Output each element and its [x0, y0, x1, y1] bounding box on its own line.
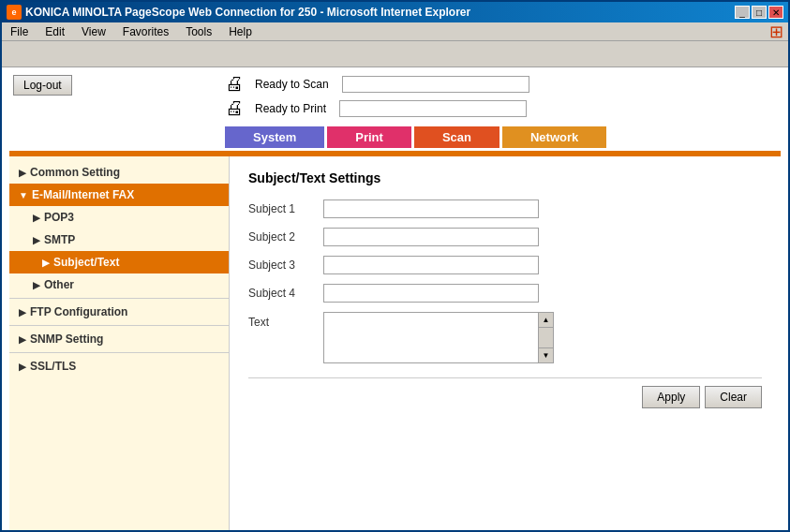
title-controls: _ □ ✕: [735, 6, 783, 19]
status-row-scan: 🖨 Ready to Scan: [225, 73, 529, 95]
menu-tools[interactable]: Tools: [182, 24, 216, 39]
input-subject2[interactable]: [323, 228, 539, 246]
scrollbar-up-button[interactable]: ▲: [539, 313, 553, 328]
arrow-icon-snmp: ▶: [19, 334, 26, 345]
title-bar-left: e KONICA MINOLTA PageScope Web Connectio…: [7, 5, 470, 20]
arrow-icon-email: ▼: [19, 190, 28, 200]
scrollbar: ▲ ▼: [539, 312, 554, 363]
label-subject1: Subject 1: [248, 202, 323, 215]
status-print-box: [339, 100, 527, 117]
panel-title: Subject/Text Settings: [248, 170, 762, 185]
sidebar-label-ssl: SSL/TLS: [30, 360, 76, 373]
form-row-text: Text ▲ ▼: [248, 312, 762, 363]
right-panel: Subject/Text Settings Subject 1 Subject …: [230, 156, 781, 530]
windows-logo-icon: ⊞: [769, 22, 783, 42]
sidebar-item-common-setting[interactable]: ▶ Common Setting: [9, 161, 229, 184]
sidebar-item-pop3[interactable]: ▶ POP3: [9, 206, 229, 229]
clear-button[interactable]: Clear: [705, 386, 762, 408]
apply-button[interactable]: Apply: [642, 386, 700, 408]
sidebar-item-snmp[interactable]: ▶ SNMP Setting: [9, 328, 229, 350]
sidebar-label-subject-text: Subject/Text: [53, 256, 119, 269]
maximize-button[interactable]: □: [752, 6, 767, 19]
tab-scan[interactable]: Scan: [414, 126, 499, 148]
sidebar-item-ssl[interactable]: ▶ SSL/TLS: [9, 355, 229, 377]
status-scan-label: Ready to Scan: [255, 78, 329, 91]
status-row-print: 🖨 Ready to Print: [225, 97, 527, 119]
menu-file[interactable]: File: [7, 24, 32, 39]
status-print-label: Ready to Print: [255, 102, 326, 115]
tab-network[interactable]: Network: [502, 126, 606, 148]
sidebar-item-smtp[interactable]: ▶ SMTP: [9, 229, 229, 251]
form-row-subject3: Subject 3: [248, 256, 762, 274]
sidebar-label-other: Other: [44, 278, 74, 291]
label-subject4: Subject 4: [248, 287, 323, 300]
menu-edit[interactable]: Edit: [41, 24, 68, 39]
arrow-icon-ftp: ▶: [19, 307, 26, 318]
form-row-subject1: Subject 1: [248, 200, 762, 218]
header-area: 🖨 Ready to Scan 🖨 Ready to Print System …: [9, 71, 781, 148]
menu-help[interactable]: Help: [225, 24, 256, 39]
sidebar: ▶ Common Setting ▼ E-Mail/Internet FAX ▶…: [9, 156, 230, 530]
textarea-wrapper: ▲ ▼: [323, 312, 554, 363]
sidebar-label-pop3: POP3: [44, 211, 74, 224]
sidebar-item-other[interactable]: ▶ Other: [9, 273, 229, 296]
main-content: ▶ Common Setting ▼ E-Mail/Internet FAX ▶…: [9, 156, 781, 530]
arrow-icon-subject: ▶: [42, 258, 50, 268]
label-text: Text: [248, 312, 323, 329]
sidebar-label-ftp: FTP Configuration: [30, 305, 127, 318]
arrow-icon-ssl: ▶: [19, 362, 26, 372]
menu-view[interactable]: View: [78, 24, 110, 39]
logout-button[interactable]: Log-out: [13, 75, 72, 96]
input-subject3[interactable]: [323, 256, 539, 274]
browser-window: e KONICA MINOLTA PageScope Web Connectio…: [0, 0, 790, 532]
scrollbar-track: [539, 328, 553, 347]
sidebar-divider-2: [9, 325, 229, 326]
arrow-icon-pop3: ▶: [33, 213, 40, 223]
status-scan-box: [342, 76, 529, 93]
input-subject1[interactable]: [323, 200, 539, 218]
title-bar: e KONICA MINOLTA PageScope Web Connectio…: [2, 2, 788, 22]
action-buttons-area: Apply Clear: [248, 377, 762, 408]
form-row-subject4: Subject 4: [248, 284, 762, 303]
minimize-button[interactable]: _: [735, 6, 750, 19]
sidebar-item-subject-text[interactable]: ▶ Subject/Text: [9, 251, 229, 273]
sidebar-divider-3: [9, 352, 229, 353]
print-printer-icon: 🖨: [225, 97, 244, 119]
sidebar-label-common-setting: Common Setting: [30, 166, 120, 179]
scrollbar-down-button[interactable]: ▼: [539, 347, 553, 362]
tab-system[interactable]: System: [225, 126, 324, 148]
label-subject3: Subject 3: [248, 259, 323, 272]
sidebar-label-smtp: SMTP: [44, 233, 75, 246]
sidebar-item-ftp[interactable]: ▶ FTP Configuration: [9, 301, 229, 323]
arrow-icon-other: ▶: [33, 280, 40, 290]
sidebar-item-email-fax[interactable]: ▼ E-Mail/Internet FAX: [9, 184, 229, 206]
tab-print[interactable]: Print: [327, 126, 411, 148]
sidebar-divider-1: [9, 298, 229, 299]
sidebar-label-snmp: SNMP Setting: [30, 332, 103, 346]
close-button[interactable]: ✕: [768, 6, 783, 19]
scan-printer-icon: 🖨: [225, 73, 244, 95]
sidebar-label-email-fax: E-Mail/Internet FAX: [32, 188, 134, 201]
label-subject2: Subject 2: [248, 230, 323, 244]
toolbar: [2, 41, 788, 67]
nav-tabs: System Print Scan Network: [225, 126, 606, 148]
arrow-icon-smtp: ▶: [33, 235, 40, 245]
arrow-icon: ▶: [19, 168, 26, 178]
menu-bar: File Edit View Favorites Tools Help ⊞: [2, 22, 788, 41]
form-row-subject2: Subject 2: [248, 228, 762, 246]
window-title: KONICA MINOLTA PageScope Web Connection …: [25, 6, 470, 19]
app-icon: e: [7, 5, 22, 20]
textarea-text[interactable]: [323, 312, 539, 363]
menu-favorites[interactable]: Favorites: [119, 24, 172, 39]
input-subject4[interactable]: [323, 284, 539, 303]
